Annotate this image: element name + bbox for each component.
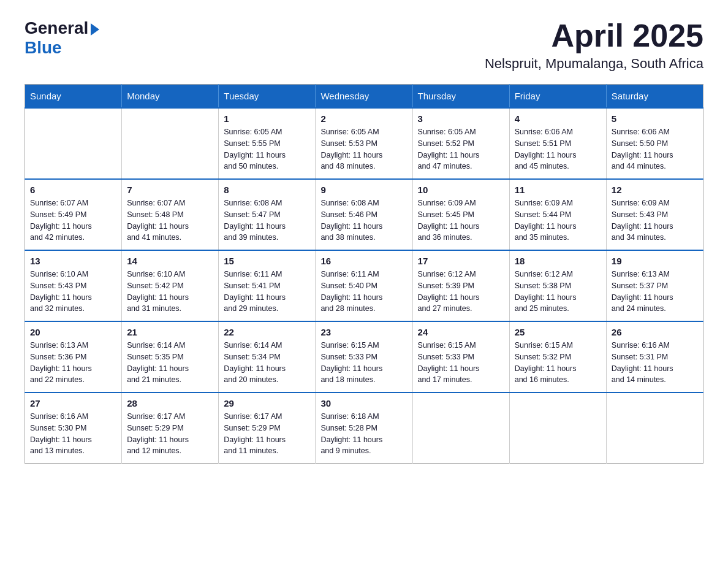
calendar-cell: 8Sunrise: 6:08 AMSunset: 5:47 PMDaylight… (219, 179, 316, 250)
day-info: Sunrise: 6:13 AMSunset: 5:37 PMDaylight:… (612, 269, 698, 315)
calendar-cell (25, 108, 122, 179)
day-info: Sunrise: 6:06 AMSunset: 5:51 PMDaylight:… (515, 126, 601, 172)
day-info: Sunrise: 6:15 AMSunset: 5:32 PMDaylight:… (515, 340, 601, 386)
day-number: 2 (320, 113, 407, 124)
day-number: 1 (224, 113, 310, 124)
calendar-week-1: 1Sunrise: 6:05 AMSunset: 5:55 PMDaylight… (25, 108, 703, 179)
calendar-cell: 11Sunrise: 6:09 AMSunset: 5:44 PMDayligh… (509, 179, 606, 250)
calendar-subtitle: Nelspruit, Mpumalanga, South Africa (485, 56, 703, 72)
calendar-cell: 10Sunrise: 6:09 AMSunset: 5:45 PMDayligh… (412, 179, 509, 250)
day-number: 22 (224, 327, 310, 337)
logo-general: General (25, 18, 88, 38)
day-info: Sunrise: 6:14 AMSunset: 5:34 PMDaylight:… (224, 340, 310, 386)
calendar-cell: 25Sunrise: 6:15 AMSunset: 5:32 PMDayligh… (509, 321, 606, 393)
day-info: Sunrise: 6:07 AMSunset: 5:48 PMDaylight:… (127, 197, 213, 243)
day-info: Sunrise: 6:05 AMSunset: 5:55 PMDaylight:… (224, 126, 310, 172)
calendar-cell: 5Sunrise: 6:06 AMSunset: 5:50 PMDaylight… (606, 108, 703, 179)
day-info: Sunrise: 6:07 AMSunset: 5:49 PMDaylight:… (30, 197, 116, 243)
weekday-header-thursday: Thursday (412, 85, 509, 109)
day-info: Sunrise: 6:05 AMSunset: 5:53 PMDaylight:… (320, 126, 407, 172)
day-number: 13 (30, 256, 116, 266)
calendar-cell: 28Sunrise: 6:17 AMSunset: 5:29 PMDayligh… (122, 393, 219, 464)
day-number: 11 (515, 185, 601, 195)
day-number: 27 (30, 398, 116, 408)
calendar-cell: 21Sunrise: 6:14 AMSunset: 5:35 PMDayligh… (122, 321, 219, 393)
day-number: 26 (612, 327, 698, 337)
calendar-header: SundayMondayTuesdayWednesdayThursdayFrid… (25, 85, 703, 109)
day-number: 17 (418, 256, 504, 266)
logo-arrow-icon (91, 23, 99, 36)
calendar-cell: 6Sunrise: 6:07 AMSunset: 5:49 PMDaylight… (25, 179, 122, 250)
weekday-header-saturday: Saturday (606, 85, 703, 109)
logo-blue: Blue (25, 38, 99, 58)
day-info: Sunrise: 6:15 AMSunset: 5:33 PMDaylight:… (320, 340, 407, 386)
calendar-cell: 2Sunrise: 6:05 AMSunset: 5:53 PMDaylight… (316, 108, 412, 179)
day-number: 12 (612, 185, 698, 195)
calendar-cell: 29Sunrise: 6:17 AMSunset: 5:29 PMDayligh… (219, 393, 316, 464)
calendar-cell (412, 393, 509, 464)
day-number: 28 (127, 398, 213, 408)
calendar-cell: 7Sunrise: 6:07 AMSunset: 5:48 PMDaylight… (122, 179, 219, 250)
day-info: Sunrise: 6:10 AMSunset: 5:43 PMDaylight:… (30, 269, 116, 315)
calendar-cell: 22Sunrise: 6:14 AMSunset: 5:34 PMDayligh… (219, 321, 316, 393)
calendar-cell: 23Sunrise: 6:15 AMSunset: 5:33 PMDayligh… (316, 321, 412, 393)
day-number: 14 (127, 256, 213, 266)
calendar-title: April 2025 (485, 18, 703, 53)
day-info: Sunrise: 6:12 AMSunset: 5:39 PMDaylight:… (418, 269, 504, 315)
weekday-header-wednesday: Wednesday (316, 85, 412, 109)
calendar-cell: 18Sunrise: 6:12 AMSunset: 5:38 PMDayligh… (509, 250, 606, 321)
day-info: Sunrise: 6:09 AMSunset: 5:43 PMDaylight:… (612, 197, 698, 243)
day-info: Sunrise: 6:11 AMSunset: 5:40 PMDaylight:… (320, 269, 407, 315)
day-info: Sunrise: 6:10 AMSunset: 5:42 PMDaylight:… (127, 269, 213, 315)
calendar-cell: 26Sunrise: 6:16 AMSunset: 5:31 PMDayligh… (606, 321, 703, 393)
weekday-header-sunday: Sunday (25, 85, 122, 109)
calendar-cell: 30Sunrise: 6:18 AMSunset: 5:28 PMDayligh… (316, 393, 412, 464)
day-info: Sunrise: 6:18 AMSunset: 5:28 PMDaylight:… (320, 411, 407, 457)
day-info: Sunrise: 6:11 AMSunset: 5:41 PMDaylight:… (224, 269, 310, 315)
calendar-cell: 9Sunrise: 6:08 AMSunset: 5:46 PMDaylight… (316, 179, 412, 250)
day-info: Sunrise: 6:12 AMSunset: 5:38 PMDaylight:… (515, 269, 601, 315)
calendar-cell: 17Sunrise: 6:12 AMSunset: 5:39 PMDayligh… (412, 250, 509, 321)
calendar-cell: 14Sunrise: 6:10 AMSunset: 5:42 PMDayligh… (122, 250, 219, 321)
calendar-cell: 19Sunrise: 6:13 AMSunset: 5:37 PMDayligh… (606, 250, 703, 321)
day-number: 25 (515, 327, 601, 337)
calendar-cell: 4Sunrise: 6:06 AMSunset: 5:51 PMDaylight… (509, 108, 606, 179)
day-info: Sunrise: 6:17 AMSunset: 5:29 PMDaylight:… (224, 411, 310, 457)
weekday-header-tuesday: Tuesday (219, 85, 316, 109)
day-info: Sunrise: 6:16 AMSunset: 5:31 PMDaylight:… (612, 340, 698, 386)
day-number: 16 (320, 256, 407, 266)
day-number: 18 (515, 256, 601, 266)
calendar-cell: 20Sunrise: 6:13 AMSunset: 5:36 PMDayligh… (25, 321, 122, 393)
day-info: Sunrise: 6:14 AMSunset: 5:35 PMDaylight:… (127, 340, 213, 386)
calendar-cell: 1Sunrise: 6:05 AMSunset: 5:55 PMDaylight… (219, 108, 316, 179)
calendar-week-4: 20Sunrise: 6:13 AMSunset: 5:36 PMDayligh… (25, 321, 703, 393)
page-header: General Blue April 2025 Nelspruit, Mpuma… (25, 18, 703, 72)
day-number: 29 (224, 398, 310, 408)
day-number: 6 (30, 185, 116, 195)
weekday-header-row: SundayMondayTuesdayWednesdayThursdayFrid… (25, 85, 703, 109)
calendar-body: 1Sunrise: 6:05 AMSunset: 5:55 PMDaylight… (25, 108, 703, 464)
calendar-week-5: 27Sunrise: 6:16 AMSunset: 5:30 PMDayligh… (25, 393, 703, 464)
day-info: Sunrise: 6:13 AMSunset: 5:36 PMDaylight:… (30, 340, 116, 386)
day-info: Sunrise: 6:16 AMSunset: 5:30 PMDaylight:… (30, 411, 116, 457)
day-number: 8 (224, 185, 310, 195)
calendar-cell (509, 393, 606, 464)
calendar-week-2: 6Sunrise: 6:07 AMSunset: 5:49 PMDaylight… (25, 179, 703, 250)
calendar-cell: 3Sunrise: 6:05 AMSunset: 5:52 PMDaylight… (412, 108, 509, 179)
day-info: Sunrise: 6:09 AMSunset: 5:44 PMDaylight:… (515, 197, 601, 243)
calendar-cell: 27Sunrise: 6:16 AMSunset: 5:30 PMDayligh… (25, 393, 122, 464)
day-number: 15 (224, 256, 310, 266)
day-info: Sunrise: 6:09 AMSunset: 5:45 PMDaylight:… (418, 197, 504, 243)
calendar-cell: 15Sunrise: 6:11 AMSunset: 5:41 PMDayligh… (219, 250, 316, 321)
day-number: 23 (320, 327, 407, 337)
day-number: 7 (127, 185, 213, 195)
calendar-cell: 16Sunrise: 6:11 AMSunset: 5:40 PMDayligh… (316, 250, 412, 321)
day-info: Sunrise: 6:05 AMSunset: 5:52 PMDaylight:… (418, 126, 504, 172)
day-info: Sunrise: 6:08 AMSunset: 5:47 PMDaylight:… (224, 197, 310, 243)
calendar-week-3: 13Sunrise: 6:10 AMSunset: 5:43 PMDayligh… (25, 250, 703, 321)
day-number: 19 (612, 256, 698, 266)
day-number: 10 (418, 185, 504, 195)
day-number: 24 (418, 327, 504, 337)
calendar-cell (122, 108, 219, 179)
weekday-header-monday: Monday (122, 85, 219, 109)
